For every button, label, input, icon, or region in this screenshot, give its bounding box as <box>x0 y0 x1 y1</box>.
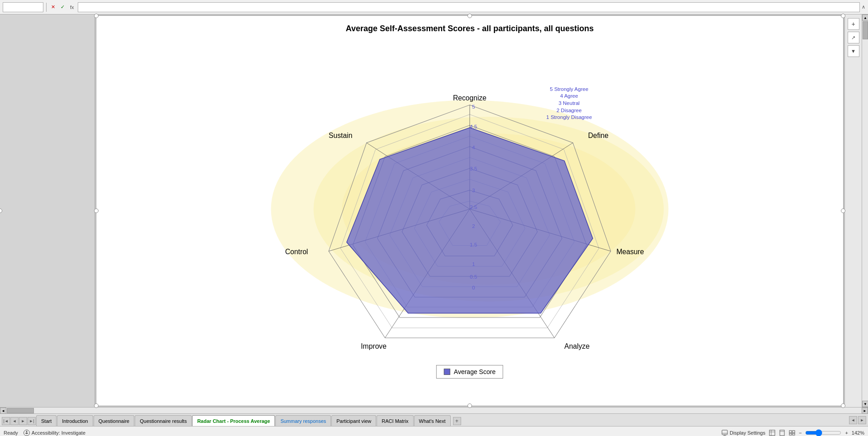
tab-scroll-right[interactable]: ► <box>858 416 866 424</box>
tab-scroll-left[interactable]: ◄ <box>849 416 857 424</box>
svg-rect-50 <box>724 434 726 435</box>
formula-cancel-icon[interactable]: ✕ <box>49 3 57 11</box>
svg-rect-58 <box>789 431 792 433</box>
scroll-up-arrow[interactable]: ▲ <box>862 14 868 21</box>
svg-text:Sustain: Sustain <box>329 132 352 139</box>
scroll-down-arrow[interactable]: ▼ <box>862 401 868 407</box>
top-right-handle[interactable] <box>841 14 845 18</box>
left-sidebar <box>0 14 95 407</box>
formula-bar: ✕ ✓ fx ∧ <box>0 0 868 14</box>
formula-confirm-icon[interactable]: ✓ <box>59 3 66 11</box>
svg-text:4 Agree: 4 Agree <box>560 93 578 99</box>
svg-text:3 Neutral: 3 Neutral <box>558 100 580 106</box>
zoom-level: 142% <box>852 430 864 436</box>
tab-nav-prev[interactable]: ◄ <box>10 417 19 425</box>
svg-point-45 <box>26 431 27 432</box>
h-scroll-thumb[interactable] <box>7 408 34 413</box>
top-left-handle[interactable] <box>94 14 99 18</box>
formula-input[interactable] <box>78 2 860 12</box>
tab-raci-matrix[interactable]: RACI Matrix <box>377 415 413 426</box>
tab-participant-view[interactable]: Participant view <box>331 415 376 426</box>
main-area: Average Self-Assessment Scores - all par… <box>0 14 868 407</box>
scroll-thumb[interactable] <box>863 21 868 39</box>
display-settings-icon <box>722 430 728 436</box>
status-bar: Ready Accessibility: Investigate Display… <box>0 426 868 436</box>
display-settings-btn[interactable]: Display Settings <box>722 430 765 436</box>
svg-rect-56 <box>780 430 784 436</box>
svg-text:Define: Define <box>588 132 609 139</box>
svg-text:2 Disagree: 2 Disagree <box>557 108 582 113</box>
tab-nav-next[interactable]: ► <box>19 417 27 425</box>
scroll-right-arrow[interactable]: ► <box>862 408 868 414</box>
cell-reference-box[interactable] <box>3 2 43 12</box>
zoom-in-btn[interactable]: + <box>845 430 848 436</box>
svg-text:Measure: Measure <box>616 248 644 256</box>
accessibility-status[interactable]: Accessibility: Investigate <box>24 430 85 436</box>
chart-legend: Average Score <box>436 365 503 379</box>
horizontal-scrollbar: ◄ ► <box>0 407 868 413</box>
svg-text:Improve: Improve <box>361 342 387 350</box>
scroll-left-arrow[interactable]: ◄ <box>0 408 6 414</box>
display-settings-label: Display Settings <box>730 430 765 436</box>
left-resize-handle[interactable] <box>0 209 2 213</box>
page-layout-icon[interactable] <box>779 430 785 436</box>
legend-label: Average Score <box>454 368 495 375</box>
vertical-scrollbar: ▲ ▼ <box>862 14 868 407</box>
formula-fx-icon[interactable]: fx <box>68 4 76 11</box>
radar-chart-svg: 4.5 4 3.5 3 2.5 2 1.5 1 0.5 0 5 Recogniz… <box>96 34 843 365</box>
chart-zoom-in-button[interactable]: + <box>848 18 859 30</box>
tab-introduction[interactable]: Introduction <box>57 415 93 426</box>
tab-radar-chart[interactable]: Radar Chart - Process Average <box>192 415 275 426</box>
page-break-icon[interactable] <box>789 430 795 436</box>
zoom-out-btn[interactable]: − <box>799 430 802 436</box>
tab-questionnaire[interactable]: Questionnaire <box>94 415 135 426</box>
add-sheet-button[interactable]: + <box>453 417 461 425</box>
bottom-center-handle[interactable] <box>467 403 472 408</box>
chart-filter-button[interactable]: ▼ <box>848 45 859 57</box>
tab-nav-first[interactable]: |◄ <box>2 417 10 425</box>
h-scroll-track <box>6 408 862 413</box>
tab-whats-next[interactable]: What's Next <box>414 415 451 426</box>
tab-bar: |◄ ◄ ► ►| Start Introduction Questionnai… <box>0 413 868 426</box>
scroll-track <box>862 21 868 401</box>
tab-questionnaire-results[interactable]: Questionnaire results <box>135 415 192 426</box>
tab-summary-responses[interactable]: Summary responses <box>275 415 331 426</box>
svg-text:1 Strongly Disagree: 1 Strongly Disagree <box>546 114 592 120</box>
chart-container: Average Self-Assessment Scores - all par… <box>96 15 844 406</box>
legend-color-swatch <box>444 369 450 375</box>
chart-expand-button[interactable]: ↗ <box>848 32 859 43</box>
zoom-slider[interactable] <box>805 429 841 436</box>
tab-nav-last[interactable]: ►| <box>28 417 36 425</box>
svg-text:Control: Control <box>285 248 308 256</box>
svg-rect-53 <box>769 430 775 436</box>
tab-start[interactable]: Start <box>36 415 57 426</box>
svg-rect-59 <box>793 431 795 433</box>
formula-expand-icon[interactable]: ∧ <box>862 4 865 10</box>
top-center-handle[interactable] <box>467 14 472 18</box>
svg-rect-61 <box>793 433 795 435</box>
bottom-left-handle[interactable] <box>94 403 99 408</box>
accessibility-label: Accessibility: Investigate <box>32 430 85 436</box>
svg-rect-60 <box>789 433 792 435</box>
status-right: Display Settings − + 142% <box>722 429 864 436</box>
normal-view-icon[interactable] <box>769 430 775 436</box>
chart-controls-sidebar: + ↗ ▼ <box>844 14 862 407</box>
svg-text:Recognize: Recognize <box>453 94 486 102</box>
svg-rect-48 <box>722 430 727 435</box>
formula-divider <box>46 3 47 12</box>
bottom-right-handle[interactable] <box>841 403 845 408</box>
svg-text:5 Strongly Agree: 5 Strongly Agree <box>550 86 588 92</box>
status-ready: Ready <box>4 430 18 436</box>
svg-text:Analyze: Analyze <box>564 342 590 350</box>
svg-text:5: 5 <box>472 104 475 109</box>
accessibility-icon <box>24 430 30 436</box>
